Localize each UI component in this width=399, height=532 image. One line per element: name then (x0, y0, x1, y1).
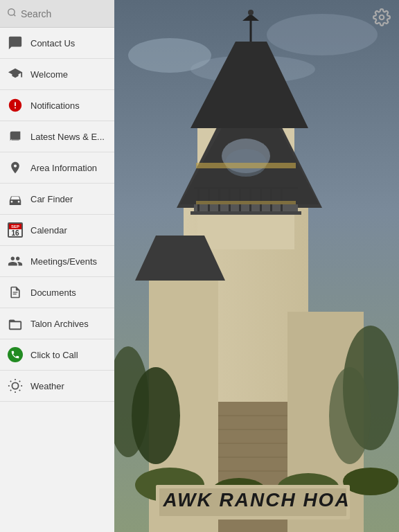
svg-point-47 (8, 9, 15, 15)
calendar-icon: SEP 16 (7, 222, 24, 238)
search-input[interactable] (21, 8, 107, 19)
search-icon (7, 8, 17, 19)
svg-rect-29 (260, 187, 262, 211)
svg-rect-30 (270, 187, 272, 211)
sidebar: Contact Us Welcome Notifications (0, 0, 114, 532)
calendar-label: Calendar (30, 225, 107, 236)
svg-line-48 (14, 15, 16, 17)
documents-label: Documents (30, 287, 107, 298)
graduation-icon (7, 66, 24, 82)
svg-rect-28 (249, 187, 251, 211)
weather-label: Weather (30, 381, 107, 391)
sidebar-item-click-to-call[interactable]: Click to Call (0, 339, 114, 371)
pin-icon (7, 159, 24, 176)
notifications-label: Notifications (30, 100, 107, 111)
svg-point-51 (12, 382, 18, 389)
sidebar-item-meetings[interactable]: Meetings/Events (0, 246, 114, 277)
sidebar-item-latest-news[interactable]: Latest News & E... (0, 121, 114, 152)
area-info-label: Area Information (30, 163, 107, 173)
svg-rect-25 (218, 187, 220, 211)
sidebar-item-welcome[interactable]: Welcome (0, 59, 114, 90)
sidebar-item-documents[interactable]: Documents (0, 277, 114, 308)
sidebar-item-area-info[interactable]: Area Information (0, 152, 114, 184)
folder-icon (7, 315, 24, 332)
svg-rect-26 (229, 187, 231, 211)
sidebar-item-car-finder[interactable]: Car Finder (0, 184, 114, 215)
svg-line-58 (10, 390, 11, 391)
sidebar-item-calendar[interactable]: SEP 16 Calendar (0, 215, 114, 246)
people-icon (7, 253, 24, 269)
svg-rect-27 (239, 187, 241, 211)
svg-point-46 (380, 15, 384, 20)
phone-icon (7, 346, 24, 363)
contact-us-label: Contact Us (30, 38, 107, 48)
svg-point-37 (132, 367, 180, 464)
menu-list: Contact Us Welcome Notifications (0, 28, 114, 532)
meetings-label: Meetings/Events (30, 256, 107, 267)
svg-line-59 (19, 381, 20, 382)
sidebar-item-notifications[interactable]: Notifications (0, 90, 114, 121)
welcome-label: Welcome (30, 69, 107, 80)
weather-icon (7, 378, 24, 394)
svg-line-55 (19, 390, 20, 391)
svg-rect-34 (196, 201, 296, 204)
svg-point-18 (248, 10, 254, 15)
svg-rect-24 (208, 187, 210, 211)
book-icon (7, 128, 24, 145)
chat-icon (7, 35, 24, 51)
svg-rect-31 (281, 187, 283, 211)
hoa-text: AWK RANCH HOA (114, 489, 399, 511)
sidebar-item-talon-archives[interactable]: Talon Archives (0, 308, 114, 339)
talon-archives-label: Talon Archives (30, 319, 107, 329)
svg-rect-23 (197, 187, 200, 211)
alert-icon (7, 97, 24, 114)
svg-line-54 (10, 381, 11, 382)
svg-rect-32 (194, 187, 298, 189)
car-finder-label: Car Finder (30, 194, 107, 204)
sidebar-item-contact-us[interactable]: Contact Us (0, 28, 114, 59)
svg-point-2 (267, 14, 378, 55)
car-icon (7, 190, 24, 207)
sidebar-item-weather[interactable]: Weather (0, 371, 114, 402)
svg-rect-22 (190, 211, 301, 215)
latest-news-label: Latest News & E... (30, 132, 107, 142)
settings-button[interactable] (371, 7, 392, 28)
background-area: AWK RANCH HOA (114, 0, 399, 532)
search-bar[interactable] (0, 0, 114, 28)
click-to-call-label: Click to Call (30, 350, 107, 360)
document-icon (7, 284, 24, 301)
svg-point-39 (329, 367, 371, 464)
svg-rect-33 (196, 163, 296, 168)
